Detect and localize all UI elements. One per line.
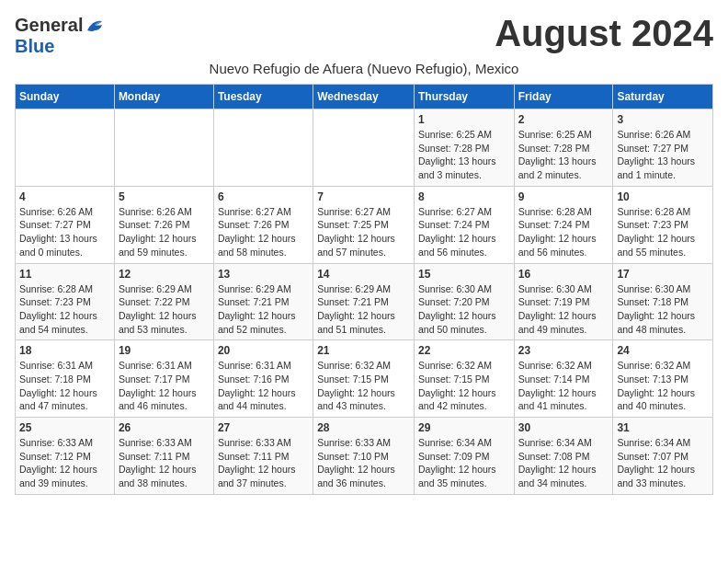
- calendar-cell: 12Sunrise: 6:29 AM Sunset: 7:22 PM Dayli…: [114, 263, 213, 340]
- day-number: 14: [317, 268, 410, 281]
- day-number: 11: [19, 268, 110, 281]
- calendar-cell: 3Sunrise: 6:26 AM Sunset: 7:27 PM Daylig…: [613, 109, 713, 187]
- day-number: 25: [19, 421, 110, 434]
- day-header-sunday: Sunday: [16, 85, 115, 109]
- day-number: 9: [518, 190, 609, 203]
- day-info: Sunrise: 6:29 AM Sunset: 7:21 PM Dayligh…: [218, 282, 309, 337]
- calendar-cell: 28Sunrise: 6:33 AM Sunset: 7:10 PM Dayli…: [313, 418, 415, 495]
- day-number: 2: [518, 113, 609, 126]
- day-info: Sunrise: 6:30 AM Sunset: 7:18 PM Dayligh…: [617, 282, 709, 337]
- day-number: 27: [218, 421, 309, 434]
- day-number: 10: [617, 190, 709, 203]
- day-info: Sunrise: 6:34 AM Sunset: 7:09 PM Dayligh…: [418, 436, 510, 490]
- calendar-cell: 23Sunrise: 6:32 AM Sunset: 7:14 PM Dayli…: [514, 340, 613, 418]
- day-number: 28: [317, 421, 410, 434]
- day-header-wednesday: Wednesday: [313, 85, 415, 109]
- day-info: Sunrise: 6:27 AM Sunset: 7:25 PM Dayligh…: [317, 205, 410, 259]
- day-info: Sunrise: 6:32 AM Sunset: 7:15 PM Dayligh…: [418, 359, 510, 413]
- calendar-cell: 31Sunrise: 6:34 AM Sunset: 7:07 PM Dayli…: [613, 418, 713, 495]
- calendar-header-row: SundayMondayTuesdayWednesdayThursdayFrid…: [16, 85, 713, 109]
- calendar-cell: 16Sunrise: 6:30 AM Sunset: 7:19 PM Dayli…: [514, 263, 613, 340]
- day-number: 3: [617, 113, 709, 126]
- day-info: Sunrise: 6:27 AM Sunset: 7:24 PM Dayligh…: [418, 205, 510, 259]
- day-number: 1: [418, 113, 510, 126]
- day-info: Sunrise: 6:28 AM Sunset: 7:23 PM Dayligh…: [19, 282, 110, 337]
- day-number: 19: [119, 344, 210, 357]
- day-number: 21: [317, 344, 410, 357]
- day-header-friday: Friday: [514, 85, 613, 109]
- day-number: 5: [119, 190, 210, 203]
- day-info: Sunrise: 6:34 AM Sunset: 7:08 PM Dayligh…: [518, 436, 609, 490]
- logo-general: General: [15, 15, 83, 36]
- calendar-cell: 4Sunrise: 6:26 AM Sunset: 7:27 PM Daylig…: [16, 186, 115, 263]
- calendar-week-3: 11Sunrise: 6:28 AM Sunset: 7:23 PM Dayli…: [16, 263, 713, 340]
- day-info: Sunrise: 6:30 AM Sunset: 7:20 PM Dayligh…: [418, 282, 510, 337]
- day-number: 23: [518, 344, 609, 357]
- day-number: 26: [119, 421, 210, 434]
- day-number: 29: [418, 421, 510, 434]
- day-number: 4: [19, 190, 110, 203]
- day-number: 6: [218, 190, 309, 203]
- day-number: 16: [518, 268, 609, 281]
- header: General Blue August 2024: [15, 15, 713, 57]
- day-header-tuesday: Tuesday: [213, 85, 313, 109]
- day-number: 17: [617, 268, 709, 281]
- calendar-table: SundayMondayTuesdayWednesdayThursdayFrid…: [15, 84, 713, 495]
- month-title: August 2024: [495, 15, 713, 52]
- calendar-cell: 22Sunrise: 6:32 AM Sunset: 7:15 PM Dayli…: [414, 340, 514, 418]
- day-header-saturday: Saturday: [613, 85, 713, 109]
- calendar-cell: 29Sunrise: 6:34 AM Sunset: 7:09 PM Dayli…: [414, 418, 514, 495]
- day-number: 7: [317, 190, 410, 203]
- day-info: Sunrise: 6:33 AM Sunset: 7:11 PM Dayligh…: [119, 436, 210, 490]
- calendar-cell: 8Sunrise: 6:27 AM Sunset: 7:24 PM Daylig…: [414, 186, 514, 263]
- day-info: Sunrise: 6:32 AM Sunset: 7:13 PM Dayligh…: [617, 359, 709, 413]
- calendar-cell: 13Sunrise: 6:29 AM Sunset: 7:21 PM Dayli…: [213, 263, 313, 340]
- calendar-cell: 24Sunrise: 6:32 AM Sunset: 7:13 PM Dayli…: [613, 340, 713, 418]
- calendar-week-5: 25Sunrise: 6:33 AM Sunset: 7:12 PM Dayli…: [16, 418, 713, 495]
- calendar-cell: 25Sunrise: 6:33 AM Sunset: 7:12 PM Dayli…: [16, 418, 115, 495]
- calendar-cell: 27Sunrise: 6:33 AM Sunset: 7:11 PM Dayli…: [213, 418, 313, 495]
- day-number: 22: [418, 344, 510, 357]
- calendar-cell: 9Sunrise: 6:28 AM Sunset: 7:24 PM Daylig…: [514, 186, 613, 263]
- day-info: Sunrise: 6:34 AM Sunset: 7:07 PM Dayligh…: [617, 436, 709, 490]
- calendar-cell: [16, 109, 115, 187]
- day-number: 13: [218, 268, 309, 281]
- logo-blue: Blue: [15, 36, 54, 57]
- day-info: Sunrise: 6:26 AM Sunset: 7:27 PM Dayligh…: [617, 128, 709, 182]
- calendar-cell: 30Sunrise: 6:34 AM Sunset: 7:08 PM Dayli…: [514, 418, 613, 495]
- day-info: Sunrise: 6:31 AM Sunset: 7:17 PM Dayligh…: [119, 359, 210, 413]
- day-number: 31: [617, 421, 709, 434]
- day-info: Sunrise: 6:29 AM Sunset: 7:22 PM Dayligh…: [119, 282, 210, 337]
- calendar-cell: 18Sunrise: 6:31 AM Sunset: 7:18 PM Dayli…: [16, 340, 115, 418]
- day-info: Sunrise: 6:29 AM Sunset: 7:21 PM Dayligh…: [317, 282, 410, 337]
- day-number: 20: [218, 344, 309, 357]
- day-info: Sunrise: 6:33 AM Sunset: 7:12 PM Dayligh…: [19, 436, 110, 490]
- day-number: 24: [617, 344, 709, 357]
- day-info: Sunrise: 6:30 AM Sunset: 7:19 PM Dayligh…: [518, 282, 609, 337]
- calendar-week-4: 18Sunrise: 6:31 AM Sunset: 7:18 PM Dayli…: [16, 340, 713, 418]
- calendar-cell: 14Sunrise: 6:29 AM Sunset: 7:21 PM Dayli…: [313, 263, 415, 340]
- day-info: Sunrise: 6:32 AM Sunset: 7:15 PM Dayligh…: [317, 359, 410, 413]
- day-info: Sunrise: 6:32 AM Sunset: 7:14 PM Dayligh…: [518, 359, 609, 413]
- calendar-cell: 15Sunrise: 6:30 AM Sunset: 7:20 PM Dayli…: [414, 263, 514, 340]
- calendar-cell: [313, 109, 415, 187]
- day-info: Sunrise: 6:31 AM Sunset: 7:18 PM Dayligh…: [19, 359, 110, 413]
- day-info: Sunrise: 6:28 AM Sunset: 7:24 PM Dayligh…: [518, 205, 609, 259]
- calendar-cell: 1Sunrise: 6:25 AM Sunset: 7:28 PM Daylig…: [414, 109, 514, 187]
- calendar-cell: 7Sunrise: 6:27 AM Sunset: 7:25 PM Daylig…: [313, 186, 415, 263]
- day-info: Sunrise: 6:25 AM Sunset: 7:28 PM Dayligh…: [418, 128, 510, 182]
- day-number: 12: [119, 268, 210, 281]
- subtitle: Nuevo Refugio de Afuera (Nuevo Refugio),…: [15, 61, 713, 76]
- logo: General Blue: [15, 15, 106, 57]
- calendar-cell: 10Sunrise: 6:28 AM Sunset: 7:23 PM Dayli…: [613, 186, 713, 263]
- day-number: 8: [418, 190, 510, 203]
- day-info: Sunrise: 6:33 AM Sunset: 7:11 PM Dayligh…: [218, 436, 309, 490]
- day-info: Sunrise: 6:25 AM Sunset: 7:28 PM Dayligh…: [518, 128, 609, 182]
- day-header-thursday: Thursday: [414, 85, 514, 109]
- calendar-cell: 21Sunrise: 6:32 AM Sunset: 7:15 PM Dayli…: [313, 340, 415, 418]
- calendar-cell: 11Sunrise: 6:28 AM Sunset: 7:23 PM Dayli…: [16, 263, 115, 340]
- day-info: Sunrise: 6:27 AM Sunset: 7:26 PM Dayligh…: [218, 205, 309, 259]
- day-info: Sunrise: 6:28 AM Sunset: 7:23 PM Dayligh…: [617, 205, 709, 259]
- calendar-cell: [114, 109, 213, 187]
- calendar-week-2: 4Sunrise: 6:26 AM Sunset: 7:27 PM Daylig…: [16, 186, 713, 263]
